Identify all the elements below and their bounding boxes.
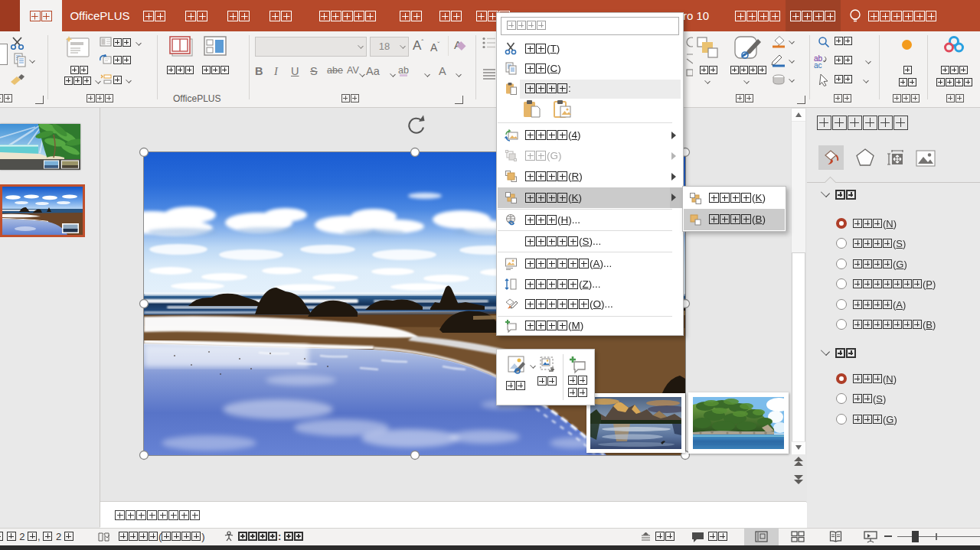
svg-text:ac: ac — [814, 61, 822, 68]
